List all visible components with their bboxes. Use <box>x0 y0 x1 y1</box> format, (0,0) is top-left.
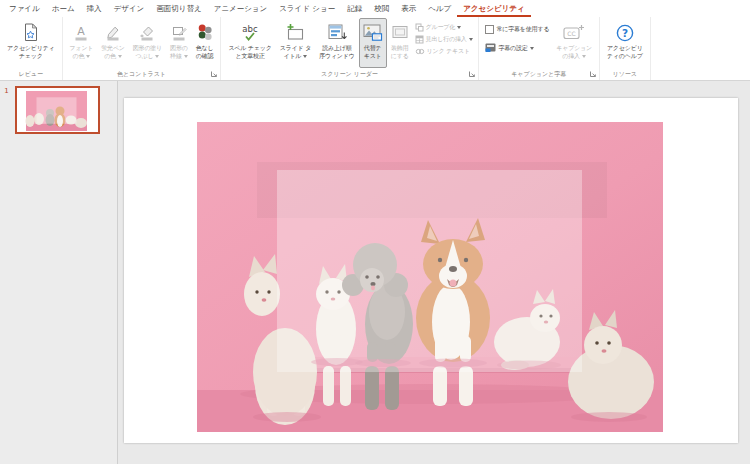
slide-canvas[interactable] <box>118 81 750 464</box>
subtitle-settings-icon <box>485 43 496 53</box>
chevron-down-icon <box>184 55 188 58</box>
group-label-color-contrast: 色とコントラスト <box>117 70 166 77</box>
highlighter-icon <box>105 21 121 44</box>
closed-caption-icon: CC <box>563 21 585 44</box>
tab-home[interactable]: ホーム <box>46 1 81 17</box>
dialog-launcher-icon[interactable] <box>468 70 476 78</box>
tab-help[interactable]: ヘルプ <box>422 1 457 17</box>
ribbon-group-screen-reader: abc スペル チェック と文章校正 スライド タ イトル <box>221 17 478 80</box>
link-icon <box>415 47 425 56</box>
svg-text:A: A <box>78 25 86 38</box>
accessibility-check-button[interactable]: アクセシビリティ チェック <box>3 18 59 68</box>
highlighter-color-button[interactable]: 蛍光ペン の色 <box>97 18 128 68</box>
slide-title-icon <box>285 21 305 44</box>
font-color-button[interactable]: A フォント の色 <box>66 18 98 68</box>
svg-text:?: ? <box>622 26 628 38</box>
group-label-captions: キャプションと字幕 <box>511 70 566 77</box>
chevron-down-icon <box>582 55 586 58</box>
always-use-subtitles-toggle[interactable]: 常に字幕を使用する <box>485 22 550 36</box>
group-objects-button[interactable]: グループ化 <box>415 21 473 33</box>
ribbon-empty-space <box>651 17 750 80</box>
slide-thumbnail[interactable] <box>15 86 100 134</box>
ribbon-group-color-contrast: A フォント の色 蛍光ペン の色 <box>63 17 222 80</box>
alt-text-icon <box>363 21 383 44</box>
paint-bucket-icon <box>139 21 155 44</box>
pets-photo-front[interactable] <box>277 170 582 372</box>
chevron-down-icon <box>469 38 473 41</box>
chevron-down-icon <box>530 47 534 50</box>
slide[interactable] <box>124 98 738 443</box>
chevron-down-icon <box>155 55 159 58</box>
font-color-icon: A <box>73 21 89 44</box>
checkbox-unchecked-icon[interactable] <box>485 25 494 34</box>
tab-view[interactable]: 表示 <box>395 1 422 17</box>
group-label-screen-reader: スクリーン リーダー <box>321 70 378 77</box>
tab-record[interactable]: 記録 <box>341 1 368 17</box>
thumbnail-row: 1 <box>0 86 117 134</box>
help-icon: ? <box>615 21 635 44</box>
thumbnail-preview-image <box>17 88 98 132</box>
svg-text:abc: abc <box>242 24 258 34</box>
insert-caption-button[interactable]: CC キャプション の挿入 <box>552 18 596 68</box>
decorative-frame-icon <box>391 21 409 44</box>
shape-outline-icon <box>171 21 187 44</box>
tab-transitions[interactable]: 画面切り替え <box>150 1 207 17</box>
chevron-down-icon <box>86 55 90 58</box>
tab-accessibility[interactable]: アクセシビリティ <box>457 1 530 17</box>
chevron-down-icon <box>457 26 461 29</box>
group-label-review: レビュー <box>19 70 43 77</box>
tab-file[interactable]: ファイル <box>3 1 46 17</box>
chevron-down-icon <box>303 55 307 58</box>
slide-thumbnail-panel[interactable]: 1 <box>0 81 118 464</box>
reading-order-icon <box>327 21 347 44</box>
tab-review[interactable]: 校閲 <box>368 1 395 17</box>
tab-design[interactable]: デザイン <box>108 1 151 17</box>
tab-slideshow[interactable]: スライド ショー <box>273 1 341 17</box>
color-check-icon <box>197 21 213 44</box>
caption-options-column: 常に字幕を使用する 字幕の設定 <box>482 18 553 68</box>
slide-number: 1 <box>0 86 13 134</box>
link-text-button[interactable]: リンク テキスト <box>415 45 473 57</box>
shape-fill-button[interactable]: 図形の塗り つぶし <box>129 18 166 68</box>
dialog-launcher-icon[interactable] <box>589 70 597 78</box>
check-without-color-button[interactable]: 色なし の確認 <box>192 18 218 68</box>
accessibility-help-button[interactable]: ? アクセシビリ ティのヘルプ <box>603 18 647 68</box>
screen-reader-small-buttons: グループ化 見出し行の挿入 リンク テキスト <box>413 18 475 68</box>
spell-check-button[interactable]: abc スペル チェック と文章校正 <box>224 18 275 68</box>
chevron-down-icon <box>118 55 122 58</box>
accessibility-check-icon <box>22 21 39 44</box>
workspace: 1 <box>0 81 750 464</box>
tab-insert[interactable]: 挿入 <box>81 1 108 17</box>
header-row-icon <box>415 35 424 44</box>
ribbon: アクセシビリティ チェック レビュー A フォント の色 <box>0 17 750 81</box>
mark-decorative-button[interactable]: 装飾用 にする <box>387 18 413 68</box>
shape-outline-button[interactable]: 図形の 枠線 <box>166 18 192 68</box>
group-label-resources: リソース <box>613 70 637 77</box>
ribbon-group-resources: ? アクセシビリ ティのヘルプ リソース <box>600 17 651 80</box>
group-objects-icon <box>415 23 424 32</box>
ribbon-group-review: アクセシビリティ チェック レビュー <box>0 17 63 80</box>
alt-text-button[interactable]: 代替テ キスト <box>359 18 387 68</box>
reading-order-pane-button[interactable]: 読み上げ順 序ウィンドウ <box>315 18 359 68</box>
spell-check-icon: abc <box>239 21 261 44</box>
svg-text:CC: CC <box>567 29 575 36</box>
tab-animations[interactable]: アニメーション <box>208 1 274 17</box>
ribbon-tab-bar: ファイル ホーム 挿入 デザイン 画面切り替え アニメーション スライド ショー… <box>0 0 750 17</box>
insert-header-row-button[interactable]: 見出し行の挿入 <box>415 33 473 45</box>
ribbon-group-captions: 常に字幕を使用する 字幕の設定 CC <box>479 17 600 80</box>
subtitle-settings-button[interactable]: 字幕の設定 <box>485 41 550 55</box>
slide-title-button[interactable]: スライド タ イトル <box>276 18 315 68</box>
dialog-launcher-icon[interactable] <box>210 70 218 78</box>
